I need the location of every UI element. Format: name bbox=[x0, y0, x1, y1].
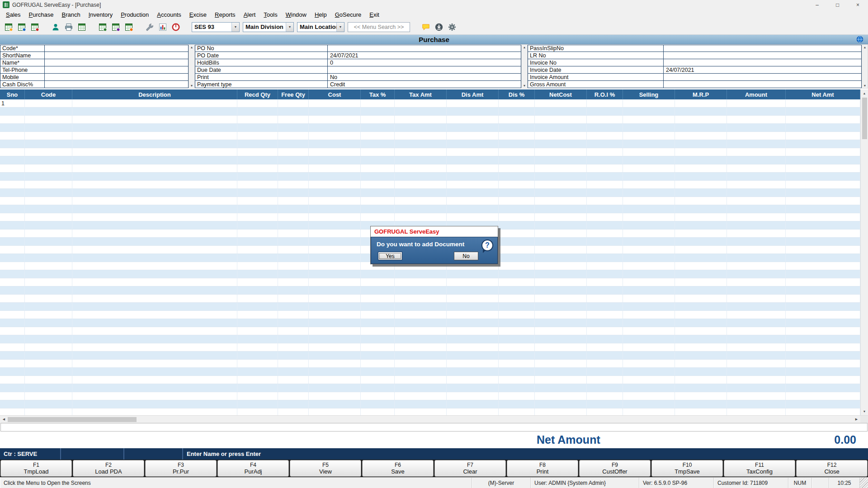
scrollbar-thumb[interactable] bbox=[862, 98, 867, 139]
download-update-icon[interactable] bbox=[434, 22, 444, 32]
fkey-view[interactable]: F5View bbox=[290, 460, 361, 477]
table-row[interactable] bbox=[0, 335, 860, 343]
menu-item-exit[interactable]: Exit bbox=[365, 10, 383, 19]
fkey-clear[interactable]: F7Clear bbox=[434, 460, 506, 477]
table-row[interactable] bbox=[0, 270, 860, 278]
close-button[interactable]: × bbox=[848, 0, 868, 9]
table-row[interactable] bbox=[0, 140, 860, 148]
field-cash-disc[interactable] bbox=[45, 81, 189, 88]
field-passinslipno[interactable] bbox=[664, 45, 862, 52]
table-row[interactable] bbox=[0, 164, 860, 173]
fkey-taxconfig[interactable]: F11TaxConfig bbox=[724, 460, 795, 477]
table-row[interactable]: 1 bbox=[0, 99, 860, 108]
column-header-dis[interactable]: Dis % bbox=[499, 89, 535, 99]
menu-item-excise[interactable]: Excise bbox=[185, 10, 211, 19]
import-document-icon[interactable] bbox=[111, 22, 121, 32]
table-hscrollbar[interactable]: ◀ ▶ bbox=[0, 415, 868, 423]
dropdown-icon[interactable]: ▼ bbox=[336, 23, 344, 32]
table-row[interactable] bbox=[0, 205, 860, 213]
field-payment-type[interactable]: Credit bbox=[328, 81, 521, 88]
scroll-down-icon[interactable]: ▼ bbox=[861, 408, 868, 415]
table-row[interactable] bbox=[0, 124, 860, 132]
table-row[interactable] bbox=[0, 213, 860, 221]
fkey-load-pda[interactable]: F2Load PDA bbox=[73, 460, 144, 477]
delete-entry-icon[interactable] bbox=[30, 22, 40, 32]
scroll-up-icon[interactable]: ▲ bbox=[523, 46, 526, 49]
field-invoice-date[interactable]: 24/07/2021 bbox=[664, 66, 862, 73]
table-row[interactable] bbox=[0, 181, 860, 189]
dropdown-icon[interactable]: ▼ bbox=[231, 23, 239, 32]
column-header-recd-qty[interactable]: Recd Qty bbox=[237, 89, 278, 99]
field-shortname[interactable] bbox=[45, 52, 189, 59]
table-row[interactable] bbox=[0, 408, 860, 415]
table-row[interactable] bbox=[0, 156, 860, 164]
tools-wrench-icon[interactable] bbox=[145, 22, 155, 32]
settings-gear-icon[interactable] bbox=[447, 22, 457, 32]
fkey-tmpload[interactable]: F1TmpLoad bbox=[0, 460, 72, 477]
menu-item-accounts[interactable]: Accounts bbox=[153, 10, 185, 19]
field-invoice-amount[interactable] bbox=[664, 74, 862, 80]
menu-item-production[interactable]: Production bbox=[117, 10, 153, 19]
column-header-netcost[interactable]: NetCost bbox=[535, 89, 587, 99]
form-scrollbar[interactable]: ▲ ▼ bbox=[862, 44, 868, 89]
menu-item-sales[interactable]: Sales bbox=[2, 10, 25, 19]
fkey-tmpsave[interactable]: F10TmpSave bbox=[651, 460, 723, 477]
field-lr-no[interactable] bbox=[664, 52, 862, 59]
export-document-icon[interactable] bbox=[124, 22, 134, 32]
column-header-net-amt[interactable]: Net Amt bbox=[786, 89, 860, 99]
yes-button[interactable]: Yes bbox=[378, 252, 402, 260]
table-row[interactable] bbox=[0, 108, 860, 116]
load-template-icon[interactable] bbox=[98, 22, 108, 32]
column-header-free-qty[interactable]: Free Qty bbox=[278, 89, 309, 99]
table-row[interactable] bbox=[0, 384, 860, 392]
table-row[interactable] bbox=[0, 295, 860, 303]
column-header-dis-amt[interactable]: Dis Amt bbox=[447, 89, 499, 99]
reports-chart-icon[interactable] bbox=[158, 22, 168, 32]
column-header-sno[interactable]: Sno bbox=[0, 89, 25, 99]
scroll-up-icon[interactable]: ▲ bbox=[190, 46, 193, 49]
column-header-tax-amt[interactable]: Tax Amt bbox=[395, 89, 447, 99]
copy-document-icon[interactable] bbox=[77, 22, 87, 32]
table-row[interactable] bbox=[0, 116, 860, 124]
scroll-down-icon[interactable]: ▼ bbox=[523, 84, 526, 87]
field-mobile[interactable] bbox=[45, 74, 189, 80]
table-row[interactable] bbox=[0, 368, 860, 376]
maximize-button[interactable]: □ bbox=[827, 0, 848, 9]
column-header-selling[interactable]: Selling bbox=[623, 89, 675, 99]
fkey-puradj[interactable]: F4PurAdj bbox=[217, 460, 289, 477]
field-holdbills[interactable]: 0 bbox=[328, 59, 521, 66]
location-select[interactable]: Main Location ▼ bbox=[297, 22, 344, 32]
fkey-print[interactable]: F8Print bbox=[507, 460, 578, 477]
menu-item-branch[interactable]: Branch bbox=[57, 10, 84, 19]
column-header-description[interactable]: Description bbox=[72, 89, 237, 99]
table-row[interactable] bbox=[0, 173, 860, 181]
column-header-amount[interactable]: Amount bbox=[727, 89, 786, 99]
remarks-strip[interactable] bbox=[0, 423, 868, 432]
dropdown-icon[interactable]: ▼ bbox=[286, 23, 293, 32]
table-row[interactable] bbox=[0, 286, 860, 295]
column-header-r-o-i[interactable]: R.O.I % bbox=[587, 89, 623, 99]
field-print[interactable]: No bbox=[328, 74, 521, 80]
field-code[interactable] bbox=[45, 45, 189, 52]
table-row[interactable] bbox=[0, 189, 860, 197]
field-tel-phone[interactable] bbox=[45, 66, 189, 73]
table-row[interactable] bbox=[0, 132, 860, 140]
table-row[interactable] bbox=[0, 343, 860, 352]
terminal-select[interactable]: SES 93 ▼ bbox=[192, 22, 240, 32]
column-header-cost[interactable]: Cost bbox=[309, 89, 361, 99]
no-button[interactable]: No bbox=[454, 252, 478, 260]
table-vscrollbar[interactable]: ▲ ▼ bbox=[860, 89, 868, 415]
scroll-up-icon[interactable]: ▲ bbox=[863, 46, 867, 49]
table-row[interactable] bbox=[0, 352, 860, 360]
table-row[interactable] bbox=[0, 376, 860, 384]
feedback-chat-icon[interactable] bbox=[421, 22, 431, 32]
menu-item-inventory[interactable]: Inventory bbox=[85, 10, 117, 19]
table-row[interactable] bbox=[0, 392, 860, 400]
column-header-m-r-p[interactable]: M.R.P bbox=[675, 89, 727, 99]
table-row[interactable] bbox=[0, 197, 860, 205]
table-row[interactable] bbox=[0, 400, 860, 408]
menu-item-purchase[interactable]: Purchase bbox=[25, 10, 58, 19]
form-scrollbar[interactable]: ▲ ▼ bbox=[521, 44, 528, 89]
menu-item-reports[interactable]: Reports bbox=[211, 10, 240, 19]
table-row[interactable] bbox=[0, 360, 860, 368]
